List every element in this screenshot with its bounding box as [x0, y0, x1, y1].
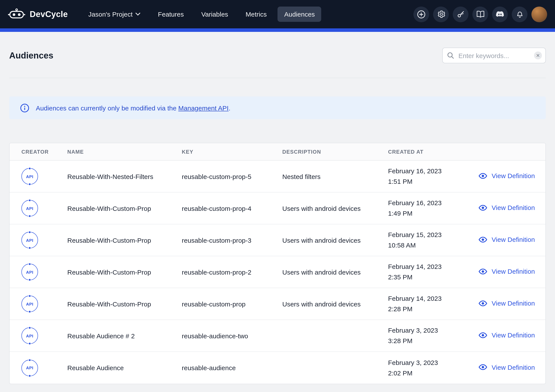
audience-name: Reusable-With-Custom-Prop [67, 236, 182, 244]
audience-description: Nested filters [282, 173, 388, 180]
audience-key: reusable-audience-two [182, 332, 282, 339]
search-icon [447, 52, 454, 61]
page-header: Audiences ✕ [9, 32, 546, 63]
table-header: CREATOR NAME KEY DESCRIPTION CREATED AT [10, 143, 545, 161]
table-row: API Reusable-With-Custom-Prop reusable-c… [10, 256, 545, 288]
top-navigation: DevCycle Jason's Project Features Variab… [0, 0, 555, 28]
togglebot-icon [8, 8, 25, 20]
accent-bar [0, 28, 555, 32]
bell-icon [515, 10, 524, 19]
info-icon [20, 103, 30, 113]
audience-name: Reusable-With-Custom-Prop [67, 300, 182, 307]
audience-name: Reusable Audience [67, 364, 182, 371]
audience-description: Users with android devices [282, 268, 388, 276]
api-creator-icon: API [22, 232, 38, 248]
audience-description: Users with android devices [282, 236, 388, 244]
col-key: KEY [182, 149, 282, 155]
created-at: February 16, 2023 1:51 PM [388, 166, 478, 187]
api-creator-icon: API [22, 264, 38, 280]
key-icon [456, 10, 465, 19]
audience-key: reusable-custom-prop [182, 300, 282, 307]
created-at: February 3, 2023 3:28 PM [388, 325, 478, 346]
audience-description: Users with android devices [282, 300, 388, 307]
table-row: API Reusable-With-Nested-Filters reusabl… [10, 161, 545, 192]
audience-key: reusable-custom-prop-2 [182, 268, 282, 276]
created-at: February 14, 2023 2:28 PM [388, 293, 478, 314]
page-title: Audiences [9, 50, 53, 60]
view-definition-link[interactable]: View Definition [478, 266, 535, 276]
avatar[interactable] [531, 6, 547, 22]
nav-audiences[interactable]: Audiences [278, 7, 321, 22]
audience-name: Reusable Audience # 2 [67, 332, 182, 339]
api-creator-icon: API [22, 328, 38, 344]
info-banner: Audiences can currently only be modified… [9, 96, 546, 119]
view-definition-link[interactable]: View Definition [478, 362, 535, 372]
view-definition-link[interactable]: View Definition [478, 330, 535, 340]
audience-key: reusable-audience [182, 364, 282, 371]
api-keys-button[interactable] [453, 6, 468, 22]
table-row: API Reusable-With-Custom-Prop reusable-c… [10, 288, 545, 320]
notifications-button[interactable] [512, 6, 527, 22]
gear-icon [436, 10, 445, 19]
clear-search-button[interactable]: ✕ [534, 51, 542, 59]
settings-button[interactable] [433, 6, 449, 22]
devcycle-logo[interactable]: DevCycle [8, 8, 68, 20]
management-api-link[interactable]: Management API [178, 104, 229, 112]
nav-variables[interactable]: Variables [195, 7, 235, 22]
eye-icon [478, 298, 488, 308]
api-creator-icon: API [22, 168, 38, 185]
nav-metrics[interactable]: Metrics [239, 7, 273, 22]
col-description: DESCRIPTION [282, 149, 388, 155]
table-row: API Reusable Audience reusable-audience … [10, 352, 545, 384]
audience-key: reusable-custom-prop-4 [182, 205, 282, 212]
view-definition-link[interactable]: View Definition [478, 171, 535, 180]
eye-icon [478, 171, 488, 180]
discord-button[interactable] [492, 6, 508, 22]
banner-text: Audiences can currently only be modified… [36, 104, 231, 112]
table-row: API Reusable Audience # 2 reusable-audie… [10, 320, 545, 352]
audience-name: Reusable-With-Custom-Prop [67, 268, 182, 276]
discord-icon [495, 9, 505, 19]
search-box: ✕ [442, 48, 546, 63]
eye-icon [478, 266, 488, 276]
eye-icon [478, 235, 488, 244]
view-definition-link[interactable]: View Definition [478, 203, 535, 212]
created-at: February 15, 2023 10:58 AM [388, 230, 478, 250]
search-input[interactable] [442, 48, 546, 63]
view-definition-link[interactable]: View Definition [478, 298, 535, 308]
eye-icon [478, 330, 488, 340]
api-creator-icon: API [22, 296, 38, 312]
col-creator: CREATOR [10, 149, 67, 155]
audiences-table: CREATOR NAME KEY DESCRIPTION CREATED AT … [9, 143, 546, 384]
col-name: NAME [67, 149, 182, 155]
col-created-at: CREATED AT [388, 149, 478, 155]
eye-icon [478, 203, 488, 212]
table-row: API Reusable-With-Custom-Prop reusable-c… [10, 224, 545, 256]
audience-name: Reusable-With-Custom-Prop [67, 205, 182, 212]
brand-name: DevCycle [30, 9, 68, 19]
audience-key: reusable-custom-prop-5 [182, 173, 282, 180]
chevron-down-icon [136, 13, 140, 16]
audience-name: Reusable-With-Nested-Filters [67, 173, 182, 180]
audience-description: Users with android devices [282, 205, 388, 212]
table-row: API Reusable-With-Custom-Prop reusable-c… [10, 192, 545, 224]
api-creator-icon: API [22, 200, 38, 216]
docs-button[interactable] [472, 6, 488, 22]
header-actions [413, 6, 547, 22]
nav-features[interactable]: Features [151, 7, 190, 22]
app: DevCycle Jason's Project Features Variab… [0, 0, 555, 392]
audience-key: reusable-custom-prop-3 [182, 236, 282, 244]
main-content: Audiences ✕ Audiences can cu [0, 32, 555, 384]
plus-circle-icon [416, 9, 426, 19]
primary-nav: Jason's Project Features Variables Metri… [82, 7, 321, 22]
divider [9, 78, 546, 78]
create-button[interactable] [413, 6, 429, 22]
book-icon [476, 10, 485, 19]
created-at: February 3, 2023 2:02 PM [388, 357, 478, 378]
project-selector[interactable]: Jason's Project [82, 7, 147, 22]
view-definition-link[interactable]: View Definition [478, 235, 535, 244]
eye-icon [478, 362, 488, 372]
api-creator-icon: API [22, 359, 38, 376]
created-at: February 14, 2023 2:35 PM [388, 262, 478, 282]
created-at: February 16, 2023 1:49 PM [388, 198, 478, 219]
